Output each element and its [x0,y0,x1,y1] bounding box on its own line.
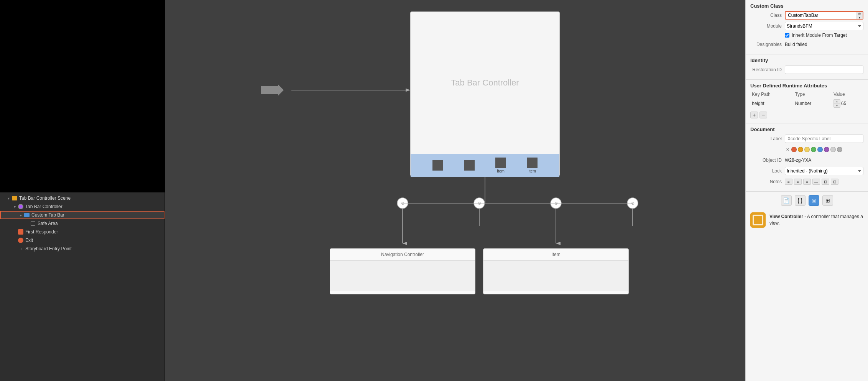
entry-arrow-icon: → [18,246,24,252]
color-dot-gray[interactable] [837,147,842,152]
inspector-layout-btn[interactable]: ⊞ [822,195,833,206]
document-section: Document Label ✕ [746,123,868,192]
vc-text: View Controller - A controller that mana… [769,213,863,227]
doc-label-input[interactable] [785,135,863,143]
color-dot-yellow[interactable] [804,147,810,152]
inherit-module-row: Inherit Module From Target [750,33,863,38]
tabbar-controller-label: Tab Bar Controller [25,204,62,209]
module-label: Module [750,23,785,29]
scene-icon [12,195,18,201]
exit-icon [18,237,24,243]
user-defined-title: User Defined Runtime Attributes [750,83,863,89]
notes-indent-more[interactable]: ⊡ [831,179,838,185]
attr-value-height: ▴ ▾ 65 [832,98,863,109]
color-dot-blue[interactable] [817,147,823,152]
restoration-id-input[interactable] [785,66,863,74]
navigator-tree: Tab Bar Controller Scene Tab Bar Control… [0,192,164,381]
item-label: Item [483,249,628,261]
class-stepper-up[interactable]: ⊗ [856,12,863,16]
notes-row: Notes ≡ ≡ ≡ — ⊡ ⊡ [750,177,863,186]
expand-scene[interactable] [6,196,11,200]
identity-section: Identity Restoration ID [746,54,868,80]
main-layout: Tab Bar Controller Scene Tab Bar Control… [0,0,868,381]
tab-item-2 [464,160,475,171]
expand-custom-tab[interactable] [18,213,23,217]
svg-text:⊗: ⊗ [401,201,404,205]
expand-entry [12,246,17,251]
notes-align-left[interactable]: ≡ [785,179,792,185]
object-id-label: Object ID [750,158,785,163]
tab-square-4 [527,158,538,168]
custom-tab-bar-icon [24,212,30,218]
attr-stepper-up[interactable]: ▴ [834,100,840,103]
add-attr-btn[interactable]: + [750,112,758,118]
exit-label: Exit [25,238,33,243]
object-id-value: W28-zg-YXA [785,158,811,163]
expand-tabbar[interactable] [12,204,17,209]
clear-color-btn[interactable]: ✕ [785,147,790,152]
inherit-module-label: Inherit Module From Target [792,33,847,38]
tree-item-storyboard-entry[interactable]: → Storyboard Entry Point [0,245,164,253]
inspector-file-btn[interactable]: 📄 [781,195,792,206]
color-dot-orange[interactable] [798,147,803,152]
col-keypath: Key Path [750,91,793,98]
notes-label: Notes [750,179,785,184]
module-select[interactable]: StrandsBFM [785,22,863,30]
lock-select[interactable]: Inherited - (Nothing) [785,167,863,175]
expand-exit [12,238,17,243]
nav-controller-frame: Navigation Controller [330,248,475,294]
color-dot-light-gray[interactable] [830,147,836,152]
svg-point-9 [627,198,638,209]
right-panel: Custom Class Class ⊗ ▾ Module StrandsBFM [745,0,868,381]
doc-label-label: Label [750,136,785,141]
color-dot-purple[interactable] [824,147,829,152]
tree-item-tabbar-controller[interactable]: Tab Bar Controller [0,202,164,211]
inherit-module-checkbox[interactable] [785,33,789,38]
designables-row: Designables Build failed [750,40,863,49]
item-body [483,261,628,291]
tab-item-1 [432,160,443,171]
tree-item-first-responder[interactable]: First Responder [0,228,164,236]
scene-label: Tab Bar Controller Scene [19,195,71,201]
preview-area [0,0,165,192]
doc-label-row: Label [750,135,863,143]
class-input[interactable] [785,11,856,20]
notes-align-center[interactable]: ≡ [794,179,802,185]
attr-keypath-height: height [750,98,793,109]
safe-area-icon [30,220,36,227]
vc-info: View Controller - A controller that mana… [746,209,868,231]
tree-item-safe-area[interactable]: Safe Area [0,219,164,228]
col-value: Value [832,91,863,98]
attr-stepper-down[interactable]: ▾ [834,103,840,107]
class-stepper[interactable]: ⊗ ▾ [856,11,863,20]
color-dot-green[interactable] [811,147,816,152]
remove-attr-btn[interactable]: − [760,112,767,118]
storyboard-entry-arrow [261,84,284,97]
attr-stepper[interactable]: ▴ ▾ [833,99,840,108]
lock-row: Lock Inherited - (Nothing) [750,167,863,175]
canvas-area[interactable]: ⊗ ⊗ ⊗ ⊗ [165,0,745,381]
notes-align-right[interactable]: ≡ [803,179,811,185]
svg-point-5 [474,198,485,209]
tree-item-exit[interactable]: Exit [0,236,164,245]
attr-table: Key Path Type Value height Number ▴ [750,91,863,109]
tree-item-scene[interactable]: Tab Bar Controller Scene [0,194,164,202]
first-responder-label: First Responder [25,229,58,235]
attr-row-height[interactable]: height Number ▴ ▾ 65 [750,98,863,109]
tabbar-controller-icon [18,204,24,210]
vc-title: View Controller [769,214,803,219]
svg-point-3 [397,198,408,209]
notes-align-justify[interactable]: — [812,179,820,185]
object-id-row: Object ID W28-zg-YXA [750,156,863,164]
svg-marker-19 [261,84,284,96]
color-dot-red[interactable] [791,147,797,152]
document-title: Document [750,126,863,132]
lock-select-wrapper: Inherited - (Nothing) [785,167,863,175]
notes-indent-less[interactable]: ⊡ [822,179,829,185]
class-stepper-down[interactable]: ▾ [856,16,863,20]
inspector-json-btn[interactable]: { } [795,195,806,206]
safe-area-label: Safe Area [38,221,58,226]
tree-item-custom-tab-bar[interactable]: Custom Tab Bar [0,211,164,219]
col-type: Type [793,91,832,98]
inspector-target-btn[interactable]: ◎ [809,195,819,206]
